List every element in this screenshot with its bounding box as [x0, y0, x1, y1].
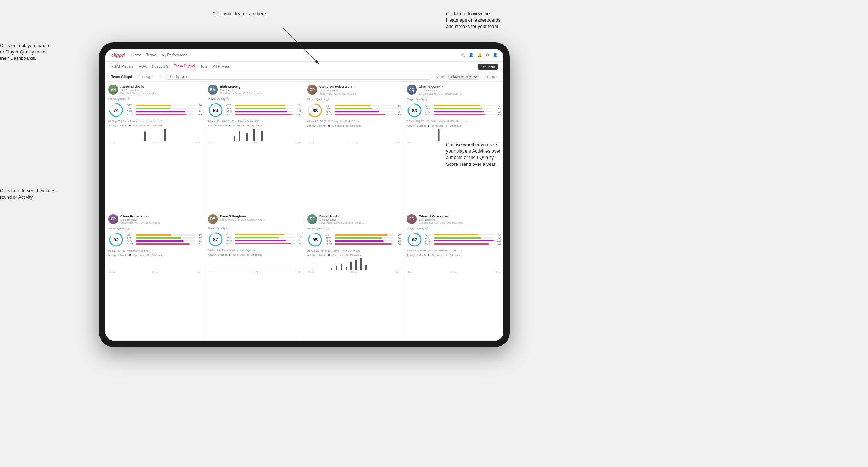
list-view-icon[interactable]: ⊟ — [487, 75, 490, 79]
on-course-label[interactable]: On course — [233, 124, 244, 127]
on-course-label[interactable]: On course — [133, 124, 145, 127]
off-course-label[interactable]: Off course — [450, 125, 461, 127]
off-course-label[interactable]: Off course — [251, 124, 262, 127]
round-arrow-icon[interactable]: → — [361, 249, 365, 252]
round-arrow-icon[interactable]: → — [150, 249, 153, 252]
latest-round[interactable]: 07 Aug 23 | 77 (+7), St George's Hill GC… — [407, 120, 501, 123]
quality-number[interactable]: 83 — [412, 108, 417, 113]
player-name[interactable]: Aaron Nicholls — [120, 85, 202, 89]
round-arrow-icon[interactable]: → — [261, 119, 264, 123]
subnav-hcaps[interactable]: Hcaps 1-5 — [152, 64, 169, 69]
nav-home[interactable]: Home — [132, 53, 141, 57]
off-course-label[interactable]: Off course — [450, 254, 461, 256]
quality-number[interactable]: 87 — [412, 237, 417, 242]
round-arrow-icon[interactable]: → — [465, 120, 468, 123]
player-avatar[interactable]: CR — [307, 85, 317, 95]
on-course-label[interactable]: On course — [432, 125, 443, 127]
user-icon[interactable]: 👤 — [469, 53, 474, 57]
latest-round[interactable]: 26 Aug 23 | 73 (+1), Royal North Devon G… — [208, 119, 301, 123]
stats-grid: OTT 84 APP 85 ARG 88 PU — [226, 104, 301, 116]
player-card-chris-robertson: CR Chris Robertson ✓ 1-5 Handicap Craigm… — [105, 211, 205, 341]
player-avatar[interactable]: CQ — [407, 85, 417, 95]
diamond-view-icon[interactable]: ◆ — [492, 75, 495, 79]
nav-my-performance[interactable]: My Performance — [161, 53, 187, 57]
quality-number[interactable]: 85 — [313, 237, 318, 243]
quality-circle[interactable]: 93 — [208, 102, 223, 118]
latest-round[interactable]: 02 Sep 23 | Sunset round to get back int… — [108, 119, 202, 123]
stat-label-putt: PUTT — [226, 242, 234, 245]
quality-circle[interactable]: 74 — [108, 102, 124, 118]
bell-icon[interactable]: 🔔 — [477, 53, 482, 57]
player-name[interactable]: Dave Billingham — [220, 214, 301, 218]
quality-section: 82 OTT 60 APP 77 ARG — [108, 232, 202, 247]
quality-circle[interactable]: 83 — [407, 103, 422, 118]
subnav-pgat[interactable]: PGAT Players — [111, 64, 133, 69]
player-name[interactable]: David Ford ✓ — [319, 214, 401, 218]
quality-number[interactable]: 87 — [213, 237, 218, 242]
on-course-label[interactable]: On course — [332, 254, 344, 256]
subnav-team-clippd[interactable]: Team Clippd — [174, 64, 195, 69]
latest-round[interactable]: 03 Mar 23 | 19, Must make putting → — [108, 249, 202, 252]
player-avatar[interactable]: DB — [208, 214, 218, 224]
latest-round[interactable]: 18 Jul 23 | 74 (+4), Sunningdale GC - Ol… — [407, 249, 501, 252]
quality-section: 93 OTT 84 APP 85 ARG — [208, 102, 301, 118]
profile-icon[interactable]: 👤 — [493, 53, 498, 57]
round-arrow-icon[interactable]: → — [253, 249, 256, 252]
quality-number[interactable]: 93 — [213, 108, 218, 113]
quality-circle[interactable]: 82 — [108, 232, 124, 247]
player-name[interactable]: Edward Crossman — [419, 214, 501, 218]
off-course-label[interactable]: Off course — [152, 124, 163, 127]
activity-header: Activity · 1 Month On course Off course — [108, 254, 202, 256]
off-course-dot — [247, 125, 249, 126]
subnav-pga[interactable]: PGA — [139, 64, 146, 69]
latest-round[interactable]: 02 Jul 23 | 59 (+17), Craigmillar Park G… — [307, 120, 401, 123]
player-name[interactable]: Blair McHarg — [220, 85, 301, 89]
player-name[interactable]: Cameron Robertson ✓ — [319, 85, 401, 89]
player-avatar[interactable]: BM — [208, 85, 218, 95]
add-team-button[interactable]: Add Team — [478, 64, 498, 70]
player-name[interactable]: Charlie Quick ✓ — [419, 85, 501, 89]
player-avatar[interactable]: DF — [307, 214, 317, 224]
off-course-label[interactable]: Off course — [152, 254, 163, 256]
activity-month-label: Activity · 1 Month — [407, 254, 426, 256]
show-select[interactable]: Player Activity — [448, 74, 479, 80]
sort-icon[interactable]: ↕ — [496, 75, 498, 79]
quality-circle[interactable]: 68 — [307, 103, 323, 118]
quality-number[interactable]: 74 — [114, 108, 119, 113]
grid-view-icon[interactable]: ⊞ — [482, 75, 486, 79]
player-avatar[interactable]: EC — [407, 214, 417, 224]
latest-round[interactable]: 04 Sep 23 | Mobility with coach, Gym → — [208, 249, 301, 252]
nav-teams[interactable]: Teams — [146, 53, 156, 57]
on-course-label[interactable]: On course — [133, 254, 145, 256]
off-course-label[interactable]: Off course — [350, 254, 362, 256]
edit-icon[interactable]: ✏ — [159, 75, 161, 79]
subnav-tour[interactable]: Tour — [200, 64, 207, 69]
round-arrow-icon[interactable]: → — [166, 119, 169, 123]
latest-round[interactable]: 26 Aug 23 | 84 (+12), Royal North Devon … — [307, 249, 401, 252]
player-avatar[interactable]: CR — [108, 214, 118, 224]
on-course-label[interactable]: On course — [432, 254, 443, 256]
quality-circle[interactable]: 85 — [307, 232, 323, 247]
off-course-label[interactable]: Off course — [251, 254, 262, 256]
search-icon[interactable]: 🔍 — [460, 53, 465, 57]
quality-circle[interactable]: 87 — [407, 232, 422, 247]
round-arrow-icon[interactable]: → — [357, 120, 360, 123]
off-course-label[interactable]: Off course — [350, 125, 362, 127]
brand-logo[interactable]: clippd — [111, 52, 125, 58]
activity-section: Activity · 1 Month On course Off course … — [307, 254, 401, 273]
player-header: EC Edward Crossman 1-5 Handicap Sunningd… — [407, 214, 501, 224]
player-avatar[interactable]: AN — [108, 85, 118, 95]
svg-rect-9 — [253, 129, 255, 141]
quality-number[interactable]: 68 — [313, 108, 318, 113]
chart-dates: 31 Jul 21 Aug 4 Sep — [208, 270, 301, 273]
round-arrow-icon[interactable]: → — [459, 249, 462, 252]
quality-number[interactable]: 82 — [114, 237, 119, 243]
stat-bar-putt — [335, 114, 385, 115]
chart-area — [108, 257, 202, 270]
on-course-label[interactable]: On course — [233, 254, 244, 256]
chart-date-end: 4 Sep — [394, 142, 400, 144]
quality-circle[interactable]: 87 — [208, 232, 223, 247]
settings-icon[interactable]: ⚙ — [486, 53, 489, 57]
on-course-label[interactable]: On course — [332, 125, 344, 127]
player-name[interactable]: Chris Robertson ✓ — [120, 214, 202, 218]
